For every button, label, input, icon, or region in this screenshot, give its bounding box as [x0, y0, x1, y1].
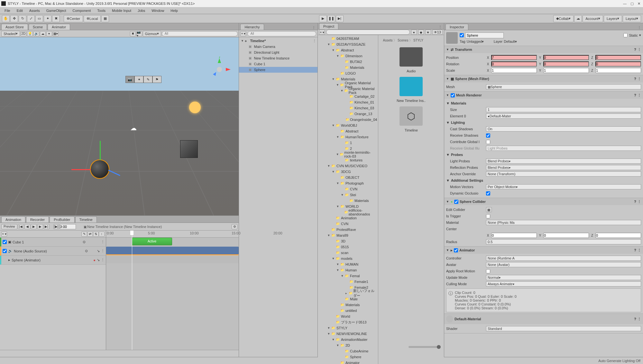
- pivot-local-button[interactable]: ⊕ Local: [84, 15, 101, 22]
- custom-tool-button[interactable]: ✖: [52, 15, 60, 22]
- project-tree-item[interactable]: ▼CVN MUSICVIDEO: [318, 163, 378, 169]
- hierarchy-item[interactable]: Directional Light: [239, 50, 317, 55]
- shader-dropdown[interactable]: Standard: [486, 326, 641, 331]
- project-tree-item[interactable]: ▼STYLY: [318, 325, 378, 331]
- project-tree-item[interactable]: ▼AnimationMaster: [318, 337, 378, 342]
- transform-tool-button[interactable]: ✦: [44, 15, 51, 22]
- menu-assets[interactable]: Assets: [26, 9, 43, 13]
- project-breadcrumb[interactable]: Assets 〉 Scenes 〉 STYLY: [381, 38, 441, 43]
- tab-asset-store[interactable]: Asset Store: [1, 24, 28, 30]
- timeline-first-button[interactable]: |◀: [18, 224, 24, 229]
- timeline-clip-active[interactable]: Active: [132, 238, 172, 245]
- draw-mode-dropdown[interactable]: Shaded ▾: [1, 31, 20, 37]
- tab-animator[interactable]: Animator: [48, 24, 70, 30]
- motion-vectors-dropdown[interactable]: Per Object Motion ▾: [486, 184, 641, 189]
- project-tree-item[interactable]: ▼Stei: [318, 192, 378, 198]
- mesh-renderer-enable[interactable]: [451, 93, 455, 97]
- timeline-play2-button[interactable]: [▶]: [53, 224, 59, 229]
- project-tree-item[interactable]: untitled: [318, 308, 378, 314]
- scene-overlay-tool-button[interactable]: ✎: [143, 76, 152, 83]
- physic-material-dropdown[interactable]: None (Physic Ma: [486, 220, 641, 225]
- tab-hierarchy[interactable]: Hierarchy: [240, 24, 264, 30]
- project-tree-item[interactable]: ▼monte-terminillo-rock-03: [318, 151, 378, 157]
- audio-toggle-button[interactable]: 🔊: [33, 31, 39, 36]
- animator-enable[interactable]: [454, 248, 458, 252]
- project-hidden-count[interactable]: 👁13: [432, 30, 443, 35]
- tab-animation[interactable]: Animation: [1, 216, 25, 223]
- project-tree-item[interactable]: ▼NEWVIEWONLINE: [318, 331, 378, 337]
- scale-tool-button[interactable]: ⤢: [27, 15, 35, 22]
- hierarchy-scene-row[interactable]: ▼Timeline*⋮: [239, 38, 317, 44]
- maximize-icon[interactable]: ▢: [630, 2, 634, 6]
- is-trigger-checkbox[interactable]: [486, 214, 490, 218]
- collab-dropdown[interactable]: ◆ Collab ▾: [553, 15, 574, 22]
- layout-dropdown[interactable]: Layout ▾: [623, 15, 641, 22]
- timeline-play-button[interactable]: ▶: [31, 224, 37, 229]
- tab-inspector[interactable]: Inspector: [446, 24, 468, 30]
- project-tree-item[interactable]: ▼Organic Material Pack: [318, 88, 378, 94]
- hierarchy-create-button[interactable]: + ▾: [240, 31, 246, 36]
- gameobject-name-input[interactable]: [465, 32, 504, 38]
- pause-button[interactable]: ❚❚: [327, 15, 335, 22]
- project-tree-item[interactable]: Sphere: [318, 354, 378, 360]
- project-tree-item[interactable]: Materials: [318, 198, 378, 204]
- project-tree-item[interactable]: Cartalige_02: [318, 94, 378, 99]
- project-tree-item[interactable]: ▼3DCG: [318, 169, 378, 175]
- rect-tool-button[interactable]: ▭: [35, 15, 43, 22]
- move-tool-button[interactable]: ✥: [10, 15, 18, 22]
- project-tree-item[interactable]: ▼Mars89: [318, 232, 378, 238]
- project-tree-item[interactable]: Female1: [318, 279, 378, 285]
- position-y-input[interactable]: [543, 55, 589, 60]
- project-tree-item[interactable]: Kimchee_01: [318, 99, 378, 105]
- scene-sphere-object[interactable]: [90, 159, 109, 179]
- directional-light-gizmo[interactable]: [189, 102, 201, 113]
- project-tree-item[interactable]: プラカード0513: [318, 319, 378, 325]
- timeline-settings-button[interactable]: ⚙: [232, 224, 237, 229]
- component-help-icon[interactable]: ?: [634, 48, 636, 51]
- menu-help[interactable]: Help: [167, 9, 181, 13]
- project-tree-item[interactable]: Materials: [318, 302, 378, 308]
- rotate-tool-button[interactable]: ↻: [19, 15, 26, 22]
- hierarchy-search-input[interactable]: [247, 31, 316, 36]
- project-tree-item[interactable]: CVN: [318, 221, 378, 227]
- camera-gizmo-icon[interactable]: ☁: [130, 124, 137, 132]
- center-x-input[interactable]: [491, 233, 537, 238]
- fx-toggle-button[interactable]: ☁: [40, 31, 46, 36]
- project-tree-item[interactable]: ▼WorldOBJ: [318, 123, 378, 128]
- project-filter-1[interactable]: ●: [411, 30, 417, 35]
- timeline-prev-button[interactable]: ◀: [24, 224, 30, 229]
- project-tree-item[interactable]: ▼0522AVYSSGAZE: [318, 41, 378, 47]
- project-create-button[interactable]: + ▾: [319, 30, 325, 35]
- gameobject-enable-checkbox[interactable]: [460, 33, 464, 37]
- contribute-gi-checkbox[interactable]: [486, 140, 490, 144]
- static-checkbox[interactable]: [623, 33, 628, 37]
- dynamic-occlusion-checkbox[interactable]: [486, 191, 490, 196]
- project-tree-item[interactable]: ▼HumanTexture: [318, 134, 378, 140]
- hierarchy-menu-icon[interactable]: ⋮: [310, 26, 317, 30]
- timeline-track-cube[interactable]: ▣Cube 1 ⊙ ⋮: [0, 238, 106, 247]
- timeline-next-button[interactable]: ▶: [37, 224, 43, 229]
- project-tree-item[interactable]: OBJECT: [318, 175, 378, 180]
- menu-gameobject[interactable]: GameObject: [43, 9, 69, 13]
- culling-mode-dropdown[interactable]: Always Animate ▾: [486, 281, 641, 287]
- tab-probuilder[interactable]: ProBuilder: [50, 216, 74, 223]
- track-enable-checkbox[interactable]: [3, 249, 7, 253]
- account-dropdown[interactable]: Account ▾: [583, 15, 603, 22]
- cast-shadows-dropdown[interactable]: On: [486, 126, 641, 132]
- project-filter-2[interactable]: ◆: [418, 30, 424, 35]
- project-zoom-slider[interactable]: [409, 346, 441, 348]
- grid-toggle-button[interactable]: ▦▾: [53, 31, 59, 36]
- lighting-status-label[interactable]: Auto Generate Lighting Off: [598, 359, 640, 363]
- hidden-toggle-button[interactable]: ▾: [46, 31, 52, 36]
- track-enable-checkbox[interactable]: [3, 240, 7, 244]
- menu-file[interactable]: File: [1, 9, 14, 13]
- hierarchy-item-selected[interactable]: Sphere: [239, 67, 317, 73]
- hierarchy-item[interactable]: Cube 1: [239, 61, 317, 67]
- play-button[interactable]: ▶: [319, 15, 327, 22]
- menu-edit[interactable]: Edit: [14, 9, 26, 13]
- project-tree-item[interactable]: ▼Photograph: [318, 180, 378, 186]
- layer-dropdown[interactable]: Default▾: [504, 40, 526, 44]
- material-element0-dropdown[interactable]: ● Default-Mater: [486, 114, 641, 119]
- project-tree-item[interactable]: BUTAI2: [318, 59, 378, 65]
- project-tree-item[interactable]: 1: [318, 140, 378, 146]
